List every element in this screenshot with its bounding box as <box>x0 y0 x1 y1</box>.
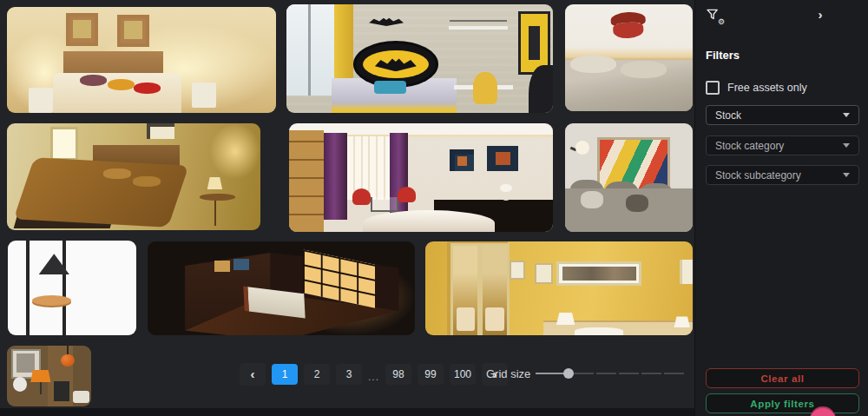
collapse-panel-icon[interactable]: › <box>812 7 829 22</box>
asset-browser-window: ‹ 1 2 3 ... 98 99 100 › Grid size ⚙ › Fi… <box>0 0 868 416</box>
thumbnail-sofa-art[interactable] <box>565 123 693 232</box>
pendant-lamp-shape <box>61 354 75 366</box>
pillow-shape <box>374 81 406 94</box>
grid-size-slider[interactable] <box>536 368 686 379</box>
desk-items-shape <box>54 381 69 402</box>
lamp-arc-shape <box>26 241 66 335</box>
apply-filters-button[interactable]: Apply filters <box>706 393 859 413</box>
clear-all-button[interactable]: Clear all <box>706 368 859 388</box>
wall-art-shape <box>147 123 174 139</box>
bed-shape <box>363 210 495 232</box>
wall-frame-shape <box>66 13 98 46</box>
filters-title: Filters <box>706 49 740 62</box>
chevron-down-icon <box>843 143 850 148</box>
free-assets-checkbox[interactable] <box>706 81 720 95</box>
lamp-stem-shape <box>40 381 42 394</box>
bottom-edge <box>0 408 694 416</box>
pagination-ellipsis: ... <box>368 371 379 386</box>
stock-dropdown[interactable]: Stock <box>706 105 859 125</box>
small-frame-shape <box>680 260 693 284</box>
wall-lamp-shape <box>556 313 575 325</box>
window-shape <box>286 4 337 96</box>
prev-page-button[interactable]: ‹ <box>240 363 266 386</box>
wall-frame-shape <box>487 146 518 171</box>
red-chair-shape <box>398 187 416 203</box>
small-frame-shape <box>535 263 553 285</box>
thumbnail-isometric-bedroom[interactable] <box>148 241 415 335</box>
table-lamp-shape <box>207 177 223 190</box>
window-shape <box>50 127 78 161</box>
thumbnail-retro-room[interactable] <box>7 346 91 406</box>
panorama-frame-shape <box>556 261 641 287</box>
bed-shape <box>575 327 622 335</box>
red-chair-shape <box>352 188 371 205</box>
mirror-door-shape <box>480 243 510 335</box>
pillows-shape <box>103 168 131 179</box>
thumbnail-yellow-bedroom[interactable] <box>425 241 693 335</box>
bed-shape <box>53 73 182 113</box>
pillows-shape <box>581 191 603 208</box>
grid-size-label: Grid size <box>486 367 530 380</box>
page-button-2[interactable]: 2 <box>304 364 330 385</box>
free-assets-label: Free assets only <box>727 82 807 94</box>
small-frame-shape <box>510 261 525 280</box>
thumbnail-arc-lamp[interactable] <box>8 241 136 335</box>
pillows-shape <box>570 56 616 73</box>
page-button-99[interactable]: 99 <box>418 364 444 385</box>
batman-logo-shape <box>356 43 436 85</box>
stock-category-dropdown-label: Stock category <box>715 140 784 152</box>
wall-lamp-shape <box>674 316 689 327</box>
pillows-shape <box>80 75 107 86</box>
pagination: ‹ 1 2 3 ... 98 99 100 › <box>240 363 508 386</box>
wood-shelf-shape <box>289 130 324 233</box>
stock-category-dropdown[interactable]: Stock category <box>706 135 859 155</box>
glass-table-shape <box>371 197 398 212</box>
filters-sidebar: ⚙ › Filters Free assets only Stock Stock… <box>694 0 868 416</box>
curtain-shape <box>324 133 347 220</box>
page-button-1[interactable]: 1 <box>272 364 298 385</box>
wood-disc-shape <box>32 295 70 306</box>
wall-shelf-shape <box>449 26 508 30</box>
slider-track-remaining <box>574 373 686 374</box>
stock-subcategory-dropdown-label: Stock subcategory <box>715 169 801 182</box>
gear-icon: ⚙ <box>718 18 725 26</box>
nightstand-shape <box>29 88 53 113</box>
window-shape <box>347 136 390 200</box>
slider-thumb[interactable] <box>563 368 574 379</box>
stock-dropdown-label: Stock <box>715 109 741 122</box>
thumbnail-beige-bedroom[interactable] <box>7 7 276 113</box>
page-button-98[interactable]: 98 <box>385 364 411 385</box>
table-leg-shape <box>214 198 216 226</box>
thumbnail-olive-bedroom[interactable] <box>7 123 260 230</box>
page-button-3[interactable]: 3 <box>336 364 362 385</box>
paper-shape <box>73 391 89 403</box>
wall-frame-shape <box>450 149 473 171</box>
page-button-100[interactable]: 100 <box>450 364 476 385</box>
fan-shape <box>13 377 27 392</box>
stock-subcategory-dropdown[interactable]: Stock subcategory <box>706 165 859 185</box>
filter-gear-icon[interactable]: ⚙ <box>705 7 722 24</box>
bat-shelf-shape <box>369 17 404 26</box>
thumbnail-batman-room[interactable] <box>286 4 553 113</box>
wall-frame-shape <box>117 15 149 48</box>
mirror-door-shape <box>450 243 480 335</box>
duvet-shape <box>13 158 188 228</box>
chevron-down-icon <box>843 173 850 177</box>
thumbnail-lips-bedroom[interactable] <box>565 4 693 111</box>
black-chair-shape <box>529 65 553 113</box>
table-lamp-shape <box>30 370 50 382</box>
lips-art-shape <box>610 11 646 39</box>
chevron-down-icon <box>843 113 850 117</box>
thumbnail-purple-curtain-room[interactable] <box>289 123 553 232</box>
wall-art-shape <box>214 261 230 272</box>
side-table-shape <box>200 194 235 200</box>
free-assets-checkbox-row[interactable]: Free assets only <box>706 81 807 95</box>
yellow-chair-shape <box>473 72 497 105</box>
wall-lamp-shape <box>575 141 589 155</box>
floor-lamp-shape <box>500 184 512 192</box>
